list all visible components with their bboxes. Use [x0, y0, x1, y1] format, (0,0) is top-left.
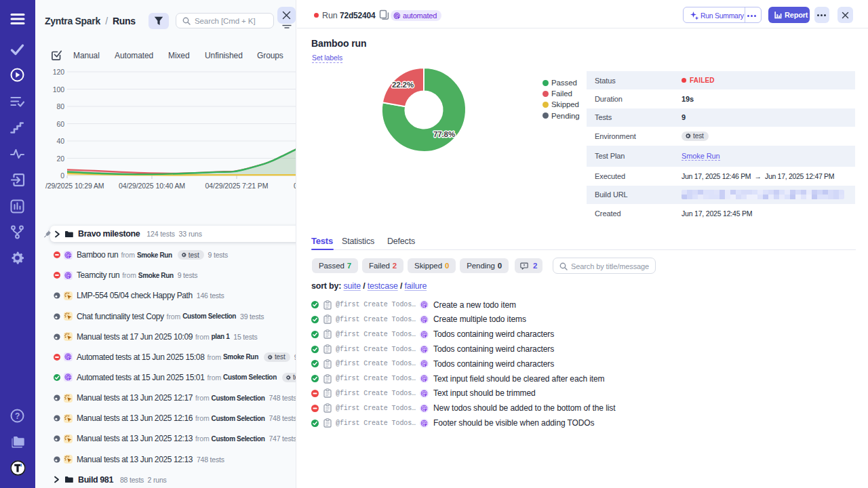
- svg-text:77.8%: 77.8%: [433, 130, 455, 138]
- svg-text:04/29/2025 7:21 PM: 04/29/2025 7:21 PM: [205, 182, 269, 190]
- svg-text:22.2%: 22.2%: [392, 81, 414, 89]
- svg-text:0: 0: [60, 171, 64, 180]
- svg-text:100: 100: [53, 85, 64, 94]
- svg-text:60: 60: [57, 120, 65, 128]
- svg-text:/29/2025 10:29 AM: /29/2025 10:29 AM: [45, 182, 104, 190]
- svg-text:120: 120: [53, 68, 64, 76]
- svg-text:40: 40: [57, 137, 65, 145]
- svg-text:04/29/2025 10:40 AM: 04/29/2025 10:40 AM: [119, 182, 185, 190]
- svg-text:20: 20: [57, 155, 65, 163]
- svg-text:80: 80: [57, 102, 65, 110]
- svg-text:?: ?: [15, 411, 20, 421]
- svg-text:0: 0: [294, 182, 296, 190]
